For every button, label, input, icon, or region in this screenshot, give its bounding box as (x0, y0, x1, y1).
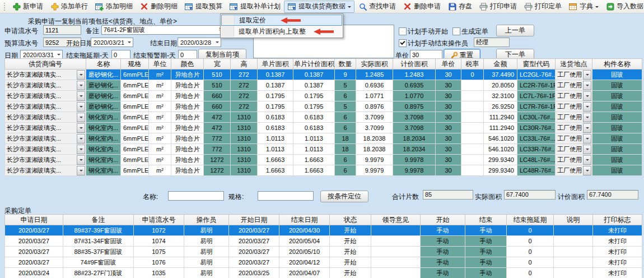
column-header[interactable]: 说明 (554, 215, 593, 225)
dropdown-button[interactable] (77, 70, 85, 80)
column-header[interactable]: 实际面积 (356, 59, 393, 70)
operator-input[interactable] (474, 38, 510, 47)
column-header[interactable]: 规格 (121, 59, 149, 70)
table-row[interactable]: 长沙市潇湘玻璃实...钢化室内...6mmPLE...m²异地合片1272131… (5, 155, 642, 165)
plan-manual-start-checkbox[interactable] (399, 27, 407, 35)
table-row[interactable]: 长沙市潇湘玻璃实...钢化室内...6mmPLE...m²异地合片4721310… (5, 112, 642, 123)
dropdown-button[interactable] (77, 102, 85, 112)
import-data-button[interactable]: 导入数据 (602, 1, 644, 13)
table-row[interactable]: 长沙市潇湘玻璃实...钢化室内...6mmPLE...m²异地合片4721310… (5, 123, 642, 133)
column-header[interactable]: 申请流水号 (134, 215, 184, 225)
table-row[interactable]: 2020/03/2788#35-37F窗固玻1075易明2020/03/2720… (5, 247, 642, 257)
dropdown-button[interactable] (583, 145, 591, 154)
column-header[interactable]: 税率 (461, 59, 484, 70)
menu-item[interactable]: 提取单片面积向上取整 (221, 26, 342, 37)
cell: 手动 (465, 257, 507, 268)
cell: 1272 (204, 155, 231, 165)
table-row[interactable]: 长沙市潇湘玻璃实...磨砂钢化...6mmPLE...m²异地合片5102720… (5, 80, 642, 91)
table-row[interactable]: 长沙市潇湘玻璃实...钢化室内...6mmPLE...m²异地合片7721310… (5, 144, 642, 155)
column-header[interactable]: 打印标志 (593, 215, 642, 225)
dropdown-button[interactable] (583, 155, 591, 165)
table-row[interactable]: 长沙市潇湘玻璃实...磨砂钢化...6mmPLE...m²异地合片6602720… (5, 101, 642, 112)
cell: 30 (436, 133, 461, 144)
column-header[interactable]: 供货商编号 (5, 59, 86, 70)
dictionary-button[interactable]: 字典 (565, 1, 602, 13)
column-header[interactable]: 颜色 (171, 59, 204, 70)
dropdown-button[interactable] (583, 81, 591, 90)
column-header[interactable]: 送货地点 (556, 59, 592, 70)
column-header[interactable]: 状态 (330, 215, 371, 225)
menu-item[interactable]: 提取定价 (221, 15, 342, 26)
dropdown-button[interactable] (583, 166, 591, 175)
spec-filter-input[interactable] (258, 191, 314, 201)
generate-order-checkbox[interactable] (452, 27, 460, 35)
cell-value: 工厂使用 (556, 81, 583, 90)
dropdown-button[interactable] (583, 113, 591, 122)
extract-budget-button[interactable]: 提取预算 (181, 1, 226, 13)
table-row[interactable]: 长沙市潇湘玻璃实...磨砂钢化...6mmPLE...m²异地合片5102720… (5, 70, 642, 80)
table-row[interactable]: 2020/03/2789#37-39F窗固玻1072易明2020/03/2720… (5, 225, 642, 236)
column-header[interactable]: 数量 (335, 59, 356, 70)
extract-supplier-data-button[interactable]: 提取供货商数据 (284, 1, 354, 13)
column-header[interactable]: 结束 (465, 215, 507, 225)
table-row[interactable]: 2020/03/2787#31-34F窗固玻1074易明2020/03/2720… (5, 236, 642, 247)
table-row[interactable]: 2020/03/2488#23-27F门顶玻1035易明2020/03/2520… (5, 268, 642, 278)
column-header[interactable]: 单片面积 (258, 59, 293, 70)
column-header[interactable]: 计价面积 (393, 59, 436, 70)
column-header[interactable]: 领导意见 (371, 215, 421, 225)
dropdown-button[interactable] (77, 166, 85, 175)
column-header[interactable]: 单片计价面积 (293, 59, 335, 70)
previous-order-button[interactable]: 上一单 (496, 25, 534, 36)
table-row[interactable]: 长沙市潇湘玻璃实...钢化室内...6mmPLE...m²异地合片1272131… (5, 165, 642, 176)
print-order-button[interactable]: 打印定单 (520, 1, 565, 13)
new-application-button[interactable]: 新申请 (8, 1, 46, 13)
column-header[interactable]: 结束拖延期 (507, 215, 554, 225)
column-header[interactable]: 宽 (204, 59, 231, 70)
dropdown-button[interactable] (583, 102, 591, 112)
dropdown-button[interactable] (583, 134, 591, 143)
cell: 1.0770 (393, 91, 436, 101)
print-application-button[interactable]: 打印申请 (475, 1, 520, 13)
column-header[interactable]: 单价 (436, 59, 461, 70)
column-header[interactable]: 申请日期 (5, 215, 63, 225)
column-header[interactable]: 构件名称 (592, 59, 642, 70)
find-application-button[interactable]: 查找申请 (354, 1, 399, 13)
cell: 开始 (330, 268, 371, 278)
save-button[interactable]: 存盘 (444, 1, 475, 13)
column-header[interactable]: 高 (231, 59, 258, 70)
extract-supplement-plan-button[interactable]: 提取补单计划 (226, 1, 284, 13)
toolbar-grip[interactable] (4, 3, 5, 11)
table-row[interactable]: 长沙市潇湘玻璃实...钢化室内...6mmPLE...m²异地合片7721310… (5, 133, 642, 144)
dropdown-button[interactable] (77, 145, 85, 154)
cell-value: 长沙市潇湘玻璃实... (5, 103, 77, 111)
dropdown-button[interactable] (77, 134, 85, 143)
delete-application-button[interactable]: 删除申请 (399, 1, 444, 13)
column-header[interactable]: 开始 (421, 215, 465, 225)
column-header[interactable]: 结束日期 (279, 215, 330, 225)
column-header[interactable]: 窗型代码 (517, 59, 556, 70)
locate-by-condition-button[interactable]: 按条件定位 (320, 191, 368, 202)
column-header[interactable]: 备注 (63, 215, 134, 225)
dropdown-button[interactable] (77, 91, 85, 101)
column-header[interactable]: 开始日期 (229, 215, 279, 225)
dropdown-button[interactable] (77, 81, 85, 90)
column-header[interactable]: 金额 (484, 59, 517, 70)
dropdown-button[interactable] (583, 70, 591, 80)
dropdown-button[interactable] (77, 155, 85, 165)
table-row[interactable]: 长沙市潇湘玻璃实...磨砂钢化...6mmPLE...m²异地合片6602720… (5, 91, 642, 101)
end-date-picker[interactable]: 2020/03/28 (178, 38, 221, 47)
dropdown-button[interactable] (77, 113, 85, 122)
delete-detail-button[interactable]: 删除明细 (136, 1, 181, 13)
table-row[interactable]: 2020/03/2774#9F窗固玻1076易明2020/03/272020/0… (5, 257, 642, 268)
dropdown-button[interactable] (77, 123, 85, 133)
add-single-row-button[interactable]: 添加单行 (46, 1, 91, 13)
column-header[interactable]: 名称 (86, 59, 121, 70)
name-filter-input[interactable] (168, 191, 224, 201)
add-detail-button[interactable]: 添加明细 (91, 1, 136, 13)
start-date-picker[interactable]: 2020/03/21 (91, 38, 133, 47)
dropdown-button[interactable] (583, 123, 591, 133)
dropdown-button[interactable] (583, 91, 591, 101)
column-header[interactable]: 单位 (149, 59, 171, 70)
column-header[interactable]: 操作员 (184, 215, 229, 225)
plan-manual-end-checkbox[interactable] (399, 39, 407, 47)
